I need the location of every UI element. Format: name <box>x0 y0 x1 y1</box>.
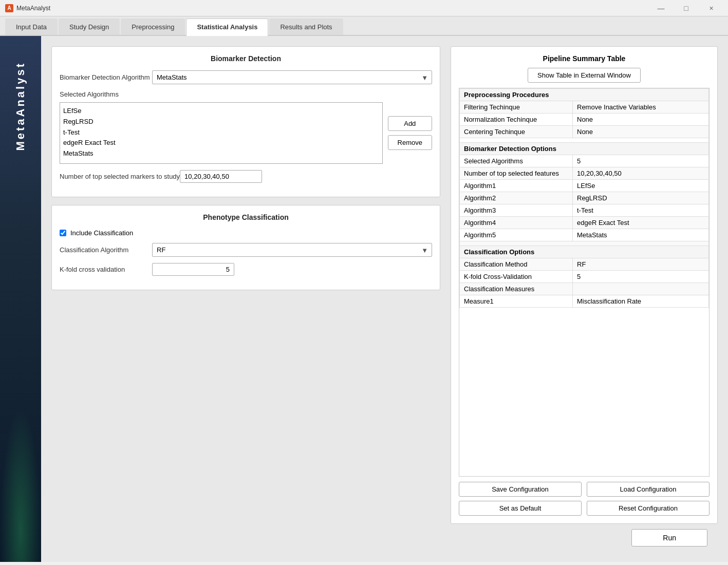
tab-statistical-analysis[interactable]: Statistical Analysis <box>186 18 268 36</box>
list-item: LEfSe <box>63 106 379 117</box>
markers-input[interactable] <box>180 170 262 183</box>
markers-label: Number of top selected markers to study <box>60 173 180 180</box>
list-item: edgeR Exact Test <box>63 138 379 148</box>
table-header-cell: Classification Options <box>460 246 709 258</box>
app-icon: A <box>5 4 13 12</box>
window-controls: — □ × <box>649 1 723 15</box>
sidebar-decoration <box>0 408 41 562</box>
table-value-cell: 5 <box>573 155 709 167</box>
include-classification-label: Include Classification <box>70 229 133 237</box>
phenotype-title: Phenotype Classification <box>60 213 432 221</box>
remove-button[interactable]: Remove <box>388 135 432 150</box>
include-classification-checkbox[interactable] <box>60 230 66 236</box>
biomarker-title: Biomarker Detection <box>60 54 432 63</box>
classification-label: Classification Algorithm <box>60 246 152 254</box>
table-key-cell: Classification Method <box>460 258 573 271</box>
table-row: Classification Measures <box>460 283 709 295</box>
bottom-buttons-2: Set as Default Reset Configuration <box>459 501 710 516</box>
table-value-cell: None <box>573 126 709 138</box>
table-value-cell <box>573 283 709 295</box>
pipeline-panel: Pipeline Summary Table Show Table in Ext… <box>451 46 718 524</box>
table-header-cell: Biomarker Detection Options <box>460 143 709 155</box>
kfold-row: K-fold cross validation <box>60 263 432 276</box>
close-button[interactable]: × <box>700 1 723 15</box>
table-key-cell: Classification Measures <box>460 283 573 295</box>
table-value-cell: RegLRSD <box>573 192 709 204</box>
list-item: RegLRSD <box>63 117 379 127</box>
table-row: Classification MethodRF <box>460 258 709 271</box>
table-row: Algorithm2RegLRSD <box>460 192 709 204</box>
table-row: Filtering TechinqueRemove Inactive Varia… <box>460 101 709 114</box>
algorithm-select[interactable]: MetaStats LEfSe RegLRSD t-Test edgeR Exa… <box>152 70 432 84</box>
titlebar: A MetaAnalyst — □ × <box>0 0 728 16</box>
table-row <box>460 138 709 143</box>
algo-buttons: Add Remove <box>388 102 432 164</box>
table-value-cell: Remove Inactive Variables <box>573 101 709 114</box>
algorithm-row: Biomarker Detection Algorithm MetaStats … <box>60 70 432 84</box>
tab-study-design[interactable]: Study Design <box>59 18 120 35</box>
biomarker-panel: Biomarker Detection Biomarker Detection … <box>51 46 440 197</box>
table-row: Number of top selected features10,20,30,… <box>460 167 709 180</box>
kfold-input[interactable] <box>152 263 234 276</box>
kfold-label: K-fold cross validation <box>60 266 152 273</box>
minimize-button[interactable]: — <box>649 1 673 15</box>
save-config-button[interactable]: Save Configuration <box>459 482 582 497</box>
summary-table: Preprocessing ProceduresFiltering Techin… <box>459 88 709 308</box>
table-spacer-cell <box>460 241 709 246</box>
phenotype-panel: Phenotype Classification Include Classif… <box>51 205 440 290</box>
list-item: t-Test <box>63 127 379 138</box>
table-row: Measure1Misclassification Rate <box>460 295 709 308</box>
algorithms-listbox[interactable]: LEfSe RegLRSD t-Test edgeR Exact Test Me… <box>60 102 383 164</box>
reset-config-button[interactable]: Reset Configuration <box>587 501 710 516</box>
include-classification-row: Include Classification <box>60 229 432 237</box>
table-value-cell: 5 <box>573 271 709 283</box>
table-key-cell: Algorithm4 <box>460 217 573 229</box>
summary-table-wrapper[interactable]: Preprocessing ProceduresFiltering Techin… <box>459 88 710 477</box>
add-button[interactable]: Add <box>388 116 432 131</box>
table-value-cell: 10,20,30,40,50 <box>573 167 709 180</box>
tab-preprocessing[interactable]: Preprocessing <box>121 18 185 35</box>
tab-results-plots[interactable]: Results and Plots <box>269 18 343 35</box>
table-value-cell: Misclassification Rate <box>573 295 709 308</box>
load-config-button[interactable]: Load Configuration <box>587 482 710 497</box>
run-row: Run <box>51 524 718 552</box>
bottom-buttons: Save Configuration Load Configuration <box>459 482 710 497</box>
table-key-cell: Filtering Techinque <box>460 101 573 114</box>
table-key-cell: Selected Algorithms <box>460 155 573 167</box>
table-row: Biomarker Detection Options <box>460 143 709 155</box>
table-key-cell: K-fold Cross-Validation <box>460 271 573 283</box>
pipeline-title: Pipeline Summary Table <box>459 54 710 63</box>
sidebar-label: MetaAnalyst <box>14 62 27 151</box>
right-panel: Pipeline Summary Table Show Table in Ext… <box>451 46 718 524</box>
table-value-cell: None <box>573 114 709 126</box>
table-value-cell: RF <box>573 258 709 271</box>
algo-row: LEfSe RegLRSD t-Test edgeR Exact Test Me… <box>60 102 432 164</box>
table-row <box>460 241 709 246</box>
table-row: Preprocessing Procedures <box>460 89 709 101</box>
tab-bar: Input Data Study Design Preprocessing St… <box>0 16 728 36</box>
tab-input-data[interactable]: Input Data <box>5 18 58 35</box>
classification-algo-row: Classification Algorithm RF SVM KNN ▼ <box>60 243 432 257</box>
panels-row: Biomarker Detection Biomarker Detection … <box>51 46 718 524</box>
table-key-cell: Measure1 <box>460 295 573 308</box>
run-button[interactable]: Run <box>631 529 707 547</box>
show-table-btn-row: Show Table in External Window <box>459 68 710 83</box>
table-key-cell: Algorithm2 <box>460 192 573 204</box>
left-panel: Biomarker Detection Biomarker Detection … <box>51 46 440 524</box>
table-row: Centering TechinqueNone <box>460 126 709 138</box>
classification-select-wrapper: RF SVM KNN ▼ <box>152 243 432 257</box>
table-key-cell: Centering Techinque <box>460 126 573 138</box>
classification-select[interactable]: RF SVM KNN <box>152 243 432 257</box>
table-key-cell: Normalization Techinque <box>460 114 573 126</box>
show-table-button[interactable]: Show Table in External Window <box>528 68 641 83</box>
table-row: Normalization TechinqueNone <box>460 114 709 126</box>
app-title: MetaAnalyst <box>16 5 649 12</box>
algorithm-select-wrapper: MetaStats LEfSe RegLRSD t-Test edgeR Exa… <box>152 70 432 84</box>
table-row: K-fold Cross-Validation5 <box>460 271 709 283</box>
table-key-cell: Algorithm5 <box>460 229 573 241</box>
main-container: MetaAnalyst Biomarker Detection Biomarke… <box>0 36 728 562</box>
table-row: Algorithm3t-Test <box>460 204 709 217</box>
content-area: Biomarker Detection Biomarker Detection … <box>41 36 728 562</box>
set-default-button[interactable]: Set as Default <box>459 501 582 516</box>
maximize-button[interactable]: □ <box>675 1 698 15</box>
